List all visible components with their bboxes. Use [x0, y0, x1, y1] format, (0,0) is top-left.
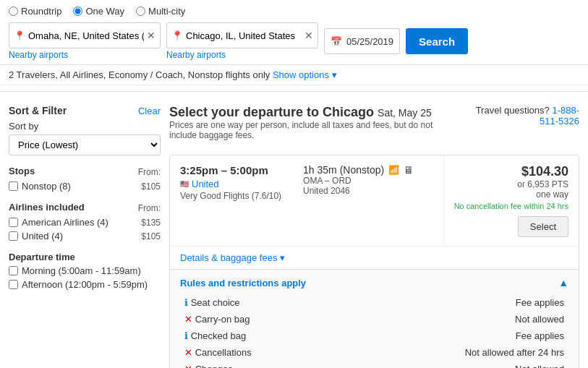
travel-questions-label: Travel questions?: [476, 105, 550, 116]
airline-name-link[interactable]: United: [192, 179, 219, 189]
sort-select[interactable]: Price (Lowest) Price (Highest) Duration …: [9, 134, 161, 155]
depart-time: 3:25pm: [180, 164, 218, 176]
multicity-radio[interactable]: [136, 7, 145, 16]
filter-united: United (4) $105: [9, 231, 161, 241]
afternoon-checkbox[interactable]: [9, 280, 18, 289]
location-icon-dest: 📍: [171, 30, 183, 41]
departure-time-label: Departure time: [9, 252, 161, 262]
travel-questions: Travel questions? 1-888-511-5326: [460, 105, 579, 127]
show-options-link[interactable]: Show options ▾: [273, 69, 337, 80]
american-checkbox[interactable]: [9, 218, 18, 227]
stops-filter: Stops From: Nonstop (8) $105: [9, 166, 161, 192]
flight-route: OMA – ORD: [303, 176, 414, 186]
rule-label-5: Changes: [195, 364, 233, 368]
airlines-filter: Airlines included From: American Airline…: [9, 202, 161, 241]
origin-input[interactable]: [28, 30, 144, 41]
roundtrip-label: Roundtrip: [21, 6, 61, 17]
wifi-icon: 📶: [388, 165, 399, 175]
rule-checked-bag: ℹ Checked bag Fee applies: [180, 328, 568, 344]
duration-text: 1h 35m (Nonstop): [303, 164, 384, 176]
oneway-radio[interactable]: [73, 7, 82, 16]
rule-status-2: Not allowed: [336, 311, 568, 328]
sort-filter-header: Sort & Filter Clear: [9, 105, 161, 116]
x-icon-3: ✕: [184, 364, 192, 368]
origin-field[interactable]: 📍 ✕: [9, 22, 161, 48]
main-content: Sort & Filter Clear Sort by Price (Lowes…: [0, 98, 588, 368]
rules-header: Rules and restrictions apply ▲: [180, 277, 568, 288]
x-icon-1: ✕: [184, 314, 192, 325]
depart-morning: Morning (5:00am - 11:59am): [9, 265, 161, 276]
location-icon-origin: 📍: [14, 30, 25, 41]
destination-nearby-link[interactable]: Nearby airports: [166, 50, 318, 60]
flight-details-toggle: Details & baggage fees ▾: [170, 246, 579, 269]
airlines-from: From:: [138, 203, 161, 213]
details-link[interactable]: Details & baggage fees ▾: [180, 252, 285, 263]
sort-filter-label: Sort & Filter: [9, 105, 67, 116]
departure-time-filter: Departure time Morning (5:00am - 11:59am…: [9, 252, 161, 290]
roundtrip-radio[interactable]: [9, 7, 18, 16]
stops-from: From:: [138, 167, 161, 177]
afternoon-label: Afternoon (12:00pm - 5:59pm): [22, 279, 148, 290]
nonstop-price: $105: [141, 181, 161, 192]
x-icon-2: ✕: [184, 347, 192, 358]
stops-label: Stops: [9, 166, 35, 176]
filter-american: American Airlines (4) $135: [9, 217, 161, 228]
rule-status-1: Fee applies: [336, 294, 568, 311]
united-checkbox[interactable]: [9, 231, 18, 241]
flight-pts: or 6,953 PTS: [517, 179, 568, 189]
calendar-icon: 📅: [331, 36, 342, 47]
rule-label-1: Seat choice: [191, 297, 240, 308]
flight-card-main: 3:25pm – 5:00pm 🇺🇸 United Very Good Flig…: [170, 155, 579, 246]
info-icon-1: ℹ: [184, 297, 188, 308]
flight-card: 3:25pm – 5:00pm 🇺🇸 United Very Good Flig…: [169, 155, 579, 368]
rule-status-4: Not allowed after 24 hrs: [336, 344, 568, 361]
nonstop-checkbox[interactable]: [9, 181, 18, 191]
clear-link[interactable]: Clear: [138, 106, 161, 116]
oneway-label: One Way: [85, 6, 124, 17]
flight-way: one way: [536, 189, 568, 200]
search-bar: Roundtrip One Way Multi-city 📍 ✕ Nearby …: [0, 0, 588, 65]
trip-type-row: Roundtrip One Way Multi-city: [9, 6, 579, 17]
flight-card-right: $104.30 or 6,953 PTS one way No cancella…: [443, 155, 579, 246]
results-subtitle: Prices are one way per person, include a…: [169, 120, 460, 140]
results-title: Select your departure to Chicago Sat, Ma…: [169, 105, 460, 120]
rule-status-5: Not allowed: [336, 361, 568, 368]
origin-clear-button[interactable]: ✕: [147, 30, 155, 41]
rule-label-3: Checked bag: [191, 330, 247, 341]
origin-nearby-link[interactable]: Nearby airports: [9, 50, 161, 60]
depart-afternoon: Afternoon (12:00pm - 5:59pm): [9, 279, 161, 290]
rules-link[interactable]: Rules and restrictions apply: [180, 278, 306, 288]
results: Select your departure to Chicago Sat, Ma…: [169, 105, 579, 368]
rule-changes: ✕ Changes Not allowed: [180, 361, 568, 368]
rules-section: Rules and restrictions apply ▲ ℹ Seat ch…: [170, 269, 579, 368]
flight-quality: Very Good Flights (7.6/10): [180, 191, 281, 201]
oneway-option[interactable]: One Way: [73, 6, 124, 17]
flight-duration: 1h 35m (Nonstop) 📶 🖥: [303, 164, 414, 176]
rules-table: ℹ Seat choice Fee applies ✕ Carry-on bag…: [180, 294, 568, 368]
american-price: $135: [141, 218, 161, 228]
select-button[interactable]: Select: [518, 216, 568, 237]
rule-carryon: ✕ Carry-on bag Not allowed: [180, 311, 568, 328]
search-button[interactable]: Search: [406, 28, 468, 54]
american-label: American Airlines (4): [22, 217, 108, 228]
destination-input[interactable]: [186, 30, 302, 41]
results-date: Sat, May 25: [378, 107, 432, 119]
rules-chevron-icon: ▲: [558, 277, 568, 288]
results-title-text: Select your departure to Chicago: [169, 105, 374, 119]
flight-info: 3:25pm – 5:00pm 🇺🇸 United Very Good Flig…: [170, 155, 443, 246]
airlines-label: Airlines included: [9, 202, 85, 213]
airline-flag-icon: 🇺🇸: [180, 180, 189, 188]
united-label: United (4): [22, 231, 63, 241]
destination-field[interactable]: 📍 ✕: [166, 22, 318, 48]
date-field[interactable]: 📅 05/25/2019: [324, 28, 400, 54]
rule-label-2: Carry-on bag: [195, 314, 250, 325]
destination-clear-button[interactable]: ✕: [304, 30, 313, 41]
morning-checkbox[interactable]: [9, 266, 18, 275]
arrive-time: 5:00pm: [230, 164, 268, 176]
rule-cancellations: ✕ Cancellations Not allowed after 24 hrs: [180, 344, 568, 361]
roundtrip-option[interactable]: Roundtrip: [9, 6, 61, 17]
rule-seat-choice: ℹ Seat choice Fee applies: [180, 294, 568, 311]
multicity-option[interactable]: Multi-city: [136, 6, 185, 17]
travelers-text: 2 Travelers, All Airlines, Economy / Coa…: [9, 69, 270, 80]
screen-icon: 🖥: [404, 164, 414, 176]
